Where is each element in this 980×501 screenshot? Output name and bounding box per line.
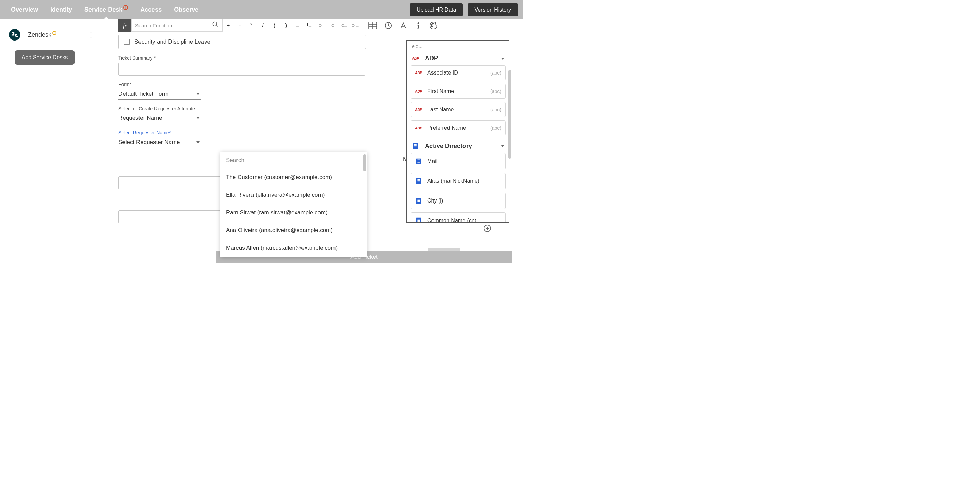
dropdown-search-row[interactable]: Search bbox=[221, 152, 367, 169]
nav-tabs: Overview Identity Service Desk ! Access … bbox=[5, 0, 205, 19]
main-content: fx + - * / ( ) = != > < <= >= bbox=[102, 19, 523, 267]
requester-dropdown-popup: Search The Customer (customer@example.co… bbox=[221, 152, 367, 257]
kebab-menu-icon[interactable]: ⋮ bbox=[87, 31, 95, 39]
attr-alias[interactable]: Alias (mailNickName) bbox=[411, 173, 506, 189]
upload-hr-button[interactable]: Upload HR Data bbox=[410, 3, 463, 16]
search-function-box[interactable] bbox=[131, 19, 223, 32]
svg-rect-33 bbox=[417, 161, 420, 161]
svg-rect-46 bbox=[417, 221, 420, 222]
select-requester-value: Select Requester Name bbox=[118, 139, 180, 146]
active-directory-icon bbox=[415, 177, 423, 185]
adp-logo-icon: ADP bbox=[412, 57, 420, 60]
op-eq[interactable]: = bbox=[292, 19, 304, 32]
attr-preferred-name[interactable]: ADP Preferred Name (abc) bbox=[411, 121, 506, 135]
op-lte[interactable]: <= bbox=[338, 19, 350, 32]
ticket-summary-input[interactable] bbox=[118, 63, 366, 76]
attr-first-name[interactable]: ADP First Name (abc) bbox=[411, 84, 506, 99]
map-value-checkbox[interactable] bbox=[391, 156, 398, 162]
sidebar-app-name: Zendesk bbox=[28, 31, 51, 38]
tab-service-desk[interactable]: Service Desk ! bbox=[78, 0, 134, 19]
attr-city[interactable]: City (l) bbox=[411, 192, 506, 209]
svg-rect-40 bbox=[417, 199, 420, 200]
svg-rect-37 bbox=[417, 180, 420, 181]
op-plus[interactable]: + bbox=[223, 19, 234, 32]
op-rparen[interactable]: ) bbox=[280, 19, 292, 32]
svg-point-13 bbox=[432, 26, 433, 27]
svg-rect-30 bbox=[414, 147, 417, 147]
select-requester-dropdown[interactable]: Select Requester Name bbox=[118, 137, 201, 148]
attr-last-name[interactable]: ADP Last Name (abc) bbox=[411, 102, 506, 117]
group-adp-header[interactable]: ADP ADP bbox=[407, 51, 509, 65]
tab-overview[interactable]: Overview bbox=[5, 0, 44, 19]
dropdown-option[interactable]: The Customer (customer@example.com) bbox=[221, 169, 367, 186]
dropdown-option[interactable]: Marcus Allen (marcus.allen@example.com) bbox=[221, 239, 367, 257]
attr-common-name[interactable]: Common Name (cn) bbox=[411, 212, 506, 223]
right-panel-scrollbar[interactable] bbox=[508, 70, 511, 159]
tab-observe[interactable]: Observe bbox=[168, 0, 205, 19]
font-tool-icon[interactable] bbox=[399, 22, 407, 29]
table-tool-icon[interactable] bbox=[368, 22, 377, 29]
top-nav: Overview Identity Service Desk ! Access … bbox=[0, 0, 523, 19]
tab-service-desk-label: Service Desk bbox=[84, 6, 123, 13]
dropdown-option[interactable]: Ram Sitwat (ram.sitwat@example.com) bbox=[221, 204, 367, 221]
requester-attr-select[interactable]: Requester Name bbox=[118, 113, 201, 124]
checkbox-icon[interactable] bbox=[124, 39, 130, 45]
svg-rect-45 bbox=[417, 220, 420, 221]
adp-logo-icon: ADP bbox=[415, 71, 423, 75]
clock-tool-icon[interactable] bbox=[385, 22, 392, 29]
adp-logo-icon: ADP bbox=[415, 108, 423, 111]
dropdown-option[interactable]: Ana Oliveira (ana.oliveira@example.com) bbox=[221, 221, 367, 239]
op-gte[interactable]: >= bbox=[350, 19, 361, 32]
svg-point-12 bbox=[433, 23, 434, 24]
svg-rect-29 bbox=[414, 145, 417, 146]
form-select-value: Default Ticket Form bbox=[118, 91, 169, 97]
attributes-panel-hint: eld... bbox=[407, 41, 509, 51]
group-ad-name: Active Directory bbox=[425, 143, 501, 150]
warning-icon bbox=[52, 31, 56, 35]
add-service-desks-button[interactable]: Add Service Desks bbox=[15, 50, 75, 65]
chevron-down-icon bbox=[196, 117, 200, 119]
chevron-down-icon bbox=[196, 93, 200, 95]
svg-rect-44 bbox=[417, 219, 420, 219]
svg-rect-36 bbox=[417, 180, 420, 180]
op-minus[interactable]: - bbox=[234, 19, 246, 32]
active-directory-icon bbox=[415, 197, 423, 205]
adp-logo-icon: ADP bbox=[415, 126, 423, 130]
op-neq[interactable]: != bbox=[304, 19, 315, 32]
formula-toolbar: fx + - * / ( ) = != > < <= >= bbox=[102, 19, 523, 32]
alert-icon: ! bbox=[123, 5, 128, 10]
dropdown-search-placeholder: Search bbox=[226, 157, 244, 163]
attr-mail[interactable]: Mail bbox=[411, 153, 506, 170]
op-lt[interactable]: < bbox=[327, 19, 338, 32]
version-history-button[interactable]: Version History bbox=[468, 3, 518, 16]
op-multiply[interactable]: * bbox=[246, 19, 257, 32]
chevron-down-icon bbox=[501, 145, 504, 147]
group-ad-header[interactable]: Active Directory bbox=[407, 139, 509, 153]
active-directory-icon bbox=[415, 157, 423, 165]
security-leave-checkbox-row[interactable]: Security and Discipline Leave bbox=[118, 35, 366, 49]
requester-attr-value: Requester Name bbox=[118, 115, 162, 121]
op-lparen[interactable]: ( bbox=[269, 19, 280, 32]
add-circle-icon[interactable] bbox=[483, 224, 492, 234]
op-gt[interactable]: > bbox=[315, 19, 327, 32]
attributes-panel: eld... ADP ADP ADP Associate ID (abc) AD… bbox=[406, 40, 509, 223]
svg-rect-41 bbox=[417, 200, 420, 201]
tab-identity[interactable]: Identity bbox=[44, 0, 78, 19]
search-icon[interactable] bbox=[212, 21, 219, 30]
search-function-input[interactable] bbox=[135, 22, 212, 28]
op-divide[interactable]: / bbox=[257, 19, 269, 32]
fx-button[interactable]: fx bbox=[118, 19, 131, 32]
dropdown-scrollbar[interactable] bbox=[363, 154, 366, 171]
palette-tool-icon[interactable] bbox=[430, 21, 438, 30]
svg-point-7 bbox=[418, 23, 419, 24]
svg-rect-32 bbox=[417, 160, 420, 160]
sidebar-app-row[interactable]: Zendesk ⋮ bbox=[0, 25, 102, 44]
left-sidebar: Zendesk ⋮ Add Service Desks bbox=[0, 19, 102, 267]
tab-access[interactable]: Access bbox=[134, 0, 168, 19]
attr-associate-id[interactable]: ADP Associate ID (abc) bbox=[411, 65, 506, 80]
form-select[interactable]: Default Ticket Form bbox=[118, 89, 201, 100]
svg-rect-42 bbox=[417, 202, 420, 202]
svg-point-11 bbox=[431, 24, 433, 25]
info-tool-icon[interactable] bbox=[414, 22, 422, 29]
dropdown-option[interactable]: Ella Rivera (ella.rivera@example.com) bbox=[221, 186, 367, 204]
